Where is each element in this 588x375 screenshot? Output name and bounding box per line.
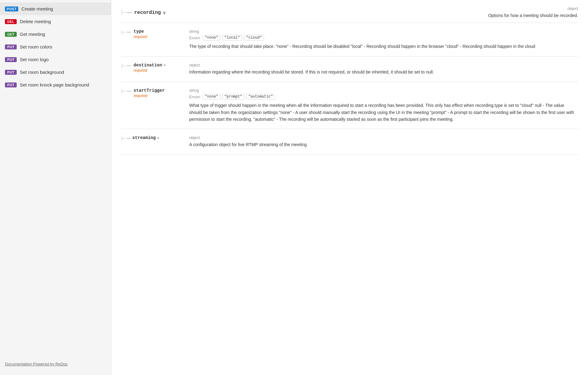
streaming-field-info: streaming >	[132, 135, 159, 140]
sidebar-item-get-meeting[interactable]: GETGet meeting	[0, 28, 111, 40]
sidebar-label-set-room-logo: Set room logo	[20, 57, 49, 62]
badge-set-room-colors: PUT	[5, 44, 17, 49]
field-info-startTrigger: startTriggerrequired	[134, 88, 165, 98]
field-row-type: ⊢typerequiredstringEnum:"none""local""cl…	[121, 23, 578, 56]
field-chevron-destination[interactable]: >	[163, 63, 166, 67]
sidebar-item-set-knock-bg[interactable]: PUTSet room knock page background	[0, 78, 111, 91]
sidebar-item-create-meeting[interactable]: POSTCreate meeting	[0, 2, 111, 15]
badge-create-meeting: POST	[5, 6, 18, 11]
sidebar-item-set-room-bg[interactable]: PUTSet room background	[0, 66, 111, 78]
hline-recording	[127, 12, 132, 13]
badge-set-room-logo: PUT	[5, 57, 17, 62]
sidebar-label-delete-meeting: Delete meeting	[20, 19, 51, 24]
enum-val-type-1: "local"	[222, 35, 242, 40]
badge-set-room-bg: PUT	[5, 70, 17, 75]
enum-row-startTrigger: Enum:"none""prompt""automatic"	[189, 94, 578, 99]
api-section: ⊢ recording ∨ object Options for how a m…	[111, 0, 588, 155]
field-left-startTrigger: ⊢startTriggerrequired	[121, 88, 189, 98]
main-content: ⊢ recording ∨ object Options for how a m…	[111, 0, 588, 375]
recording-type: object	[488, 6, 578, 11]
field-name-destination: destination	[134, 63, 162, 68]
field-required-startTrigger: required	[134, 94, 165, 98]
recording-chevron[interactable]: ∨	[163, 10, 166, 15]
recording-description: Options for how a meeting should be reco…	[488, 12, 578, 19]
sidebar-label-set-knock-bg: Set room knock page background	[20, 82, 89, 87]
enum-val-type-0: "none"	[203, 35, 220, 40]
sidebar-label-set-room-colors: Set room colors	[20, 44, 52, 49]
field-row-startTrigger: ⊢startTriggerrequiredstringEnum:"none""p…	[121, 82, 578, 129]
field-type-type: string	[189, 29, 578, 34]
field-desc-startTrigger: What type of trigger should happen in th…	[189, 102, 578, 123]
nested-fields: ⊢typerequiredstringEnum:"none""local""cl…	[121, 23, 578, 129]
sidebar-label-get-meeting: Get meeting	[20, 32, 45, 37]
enum-val-type-2: "cloud"	[244, 35, 264, 40]
sidebar-footer: Documentation Powered by ReDoc	[0, 355, 111, 373]
enum-val-startTrigger-2: "automatic"	[246, 94, 275, 99]
field-type-destination: object	[189, 63, 578, 67]
enum-val-startTrigger-1: "prompt"	[222, 94, 245, 99]
streaming-description: A configuration object for live RTMP str…	[189, 141, 578, 148]
streaming-left: ⊢ streaming >	[121, 135, 189, 142]
sidebar-label-create-meeting: Create meeting	[21, 6, 53, 11]
field-type-startTrigger: string	[189, 88, 578, 93]
sidebar-label-set-room-bg: Set room background	[20, 70, 64, 75]
sidebar-item-set-room-logo[interactable]: PUTSet room logo	[0, 53, 111, 66]
field-right-startTrigger: stringEnum:"none""prompt""automatic"What…	[189, 88, 578, 123]
field-left-destination: ⊢destination>required	[121, 63, 189, 73]
field-right-type: stringEnum:"none""local""cloud"The type …	[189, 29, 578, 50]
sidebar-item-set-room-colors[interactable]: PUTSet room colors	[0, 40, 111, 53]
recording-header: ⊢ recording ∨ object Options for how a m…	[121, 0, 578, 23]
streaming-right: object A configuration object for live R…	[189, 135, 578, 148]
badge-get-meeting: GET	[5, 32, 17, 37]
field-desc-destination: Information regarding where the recordin…	[189, 69, 578, 75]
field-info-destination: destination>required	[134, 63, 166, 73]
field-left-type: ⊢typerequired	[121, 29, 189, 39]
field-desc-type: The type of recording that should take p…	[189, 43, 578, 50]
field-right-destination: objectInformation regarding where the re…	[189, 63, 578, 75]
sidebar-item-delete-meeting[interactable]: DELDelete meeting	[0, 15, 111, 28]
streaming-row: ⊢ streaming > object A configuration obj…	[121, 129, 578, 154]
streaming-chevron[interactable]: >	[157, 136, 160, 140]
field-row-destination: ⊢destination>requiredobjectInformation r…	[121, 57, 578, 82]
redoc-link[interactable]: Documentation Powered by ReDoc	[5, 362, 68, 366]
enum-row-type: Enum:"none""local""cloud"	[189, 35, 578, 40]
sidebar: POSTCreate meetingDELDelete meetingGETGe…	[0, 0, 111, 375]
enum-label-type: Enum:	[189, 36, 201, 40]
badge-delete-meeting: DEL	[5, 19, 17, 24]
streaming-type: object	[189, 135, 578, 140]
field-info-type: typerequired	[134, 29, 147, 39]
field-required-type: required	[134, 35, 147, 39]
enum-val-startTrigger-0: "none"	[203, 94, 220, 99]
field-name-startTrigger: startTrigger	[134, 88, 165, 93]
field-name-type: type	[134, 29, 144, 34]
recording-field-name: recording	[134, 10, 161, 15]
enum-label-startTrigger: Enum:	[189, 95, 201, 99]
badge-set-knock-bg: PUT	[5, 82, 17, 87]
streaming-field-name: streaming	[132, 135, 156, 140]
field-required-destination: required	[134, 68, 166, 73]
